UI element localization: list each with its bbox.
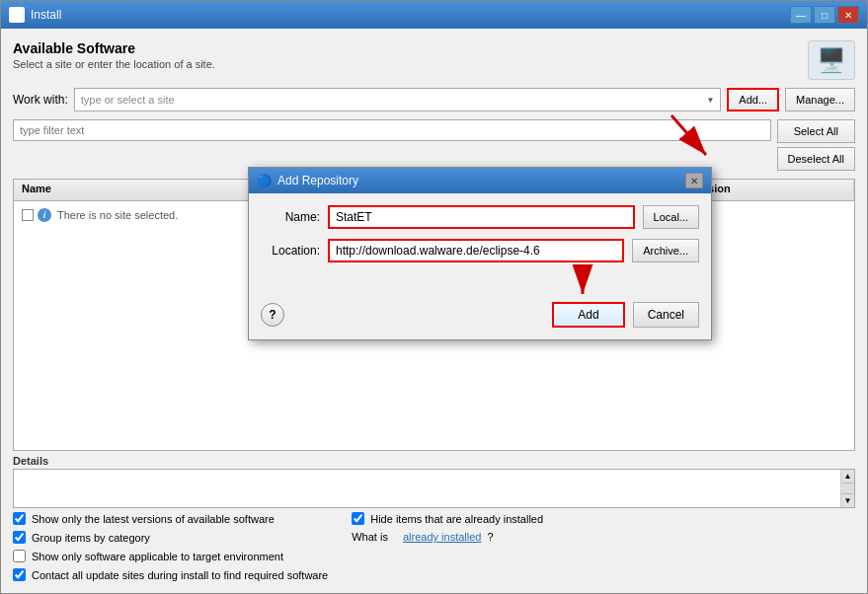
hide-installed-label: Hide items that are already installed [370,513,543,525]
workwith-row: Work with: type or select a site ▼ Add..… [13,88,855,111]
modal-add-button[interactable]: Add [552,302,624,328]
checkbox-col-left: Show only the latest versions of availab… [13,512,328,581]
footer-buttons: Add Cancel [552,302,699,328]
info-icon: i [38,208,51,222]
modal-title-text: 🔵 Add Repository [257,174,358,187]
what-is-row: What is already installed? [352,531,543,543]
contact-update-checkbox[interactable] [13,568,26,581]
scroll-thumb [841,483,854,493]
modal-cancel-button[interactable]: Cancel [633,302,699,328]
right-buttons: Select All Deselect All [777,119,855,171]
workwith-combo-text: type or select a site [81,94,175,106]
title-bar-left: ⚙ Install [9,7,61,23]
workwith-label: Work with: [13,93,68,107]
details-section: Details ▲ ▼ [13,455,855,508]
title-bar-controls: — □ ✕ [790,6,859,24]
group-category-checkbox[interactable] [13,531,26,544]
workwith-combo[interactable]: type or select a site ▼ [74,88,722,111]
window-icon-symbol: ⚙ [13,10,22,21]
already-installed-link[interactable]: already installed [403,531,482,543]
modal-title-bar: 🔵 Add Repository ✕ [249,168,711,193]
title-bar: ⚙ Install — □ ✕ [1,1,867,29]
page-subtitle: Select a site or enter the location of a… [13,58,215,70]
target-env-label: Show only software applicable to target … [32,551,283,562]
manage-button[interactable]: Manage... [785,88,855,111]
latest-versions-label: Show only the latest versions of availab… [32,513,275,525]
add-repository-modal: 🔵 Add Repository ✕ Name: Local... Locati… [248,167,712,340]
details-content: ▲ ▼ [13,469,855,508]
location-field-row: Location: Archive... [261,239,699,262]
target-env-checkbox[interactable] [13,550,26,562]
name-label: Name: [261,210,320,224]
modal-arrow-area [249,274,711,294]
checkbox-options: Show only the latest versions of availab… [13,512,855,581]
header-icon: 🖥️ [808,40,855,80]
row-checkbox[interactable] [22,209,34,221]
checkbox-col-right: Hide items that are already installed Wh… [352,512,543,581]
what-is-text: What is [352,531,388,543]
modal-footer: ? Add Cancel [249,294,711,339]
checkbox-hide-installed: Hide items that are already installed [352,512,543,525]
page-title: Available Software [13,40,215,56]
hide-installed-checkbox[interactable] [352,512,364,525]
modal-content: Name: Local... Location: Archive... [249,193,711,274]
maximize-button[interactable]: □ [814,6,835,24]
checkbox-group-category: Group items by category [13,531,328,544]
modal-icon: 🔵 [257,174,272,187]
modal-close-button[interactable]: ✕ [685,173,703,188]
location-input[interactable] [328,239,624,262]
details-label: Details [13,455,855,467]
checkbox-latest-versions: Show only the latest versions of availab… [13,512,328,525]
checkbox-cell: i [22,208,51,222]
select-all-button[interactable]: Select All [777,119,855,143]
scroll-down-arrow[interactable]: ▼ [841,493,854,507]
content-area: Available Software Select a site or ente… [1,29,867,593]
window-icon: ⚙ [9,7,25,23]
deselect-all-button[interactable]: Deselect All [777,147,855,171]
local-button[interactable]: Local... [643,205,699,229]
monitor-icon: 🖥️ [817,46,846,74]
filter-with-btns: Select All Deselect All [13,119,855,171]
contact-update-label: Contact all update sites during install … [32,569,328,581]
checkbox-target-env: Show only software applicable to target … [13,550,328,562]
group-category-label: Group items by category [32,532,150,544]
scroll-up-arrow[interactable]: ▲ [841,470,854,483]
header-text: Available Software Select a site or ente… [13,40,215,70]
chevron-down-icon: ▼ [706,96,714,105]
header-section: Available Software Select a site or ente… [13,40,855,80]
modal-title: Add Repository [277,174,358,187]
latest-versions-checkbox[interactable] [13,512,26,525]
close-button[interactable]: ✕ [837,6,859,24]
name-field-row: Name: Local... [261,205,699,229]
question-text: ? [487,531,493,543]
archive-button[interactable]: Archive... [632,239,699,262]
filter-main [13,119,771,141]
details-scrollbar: ▲ ▼ [840,470,854,507]
location-label: Location: [261,244,320,258]
main-window: ⚙ Install — □ ✕ Available Software Selec… [0,0,868,594]
help-button[interactable]: ? [261,303,284,327]
minimize-button[interactable]: — [790,6,812,24]
add-button[interactable]: Add... [727,88,779,111]
filter-input[interactable] [13,119,771,141]
name-input[interactable] [328,205,635,229]
table-row-text: There is no site selected. [57,209,178,221]
checkbox-contact-update: Contact all update sites during install … [13,568,328,581]
window-title: Install [31,8,61,22]
